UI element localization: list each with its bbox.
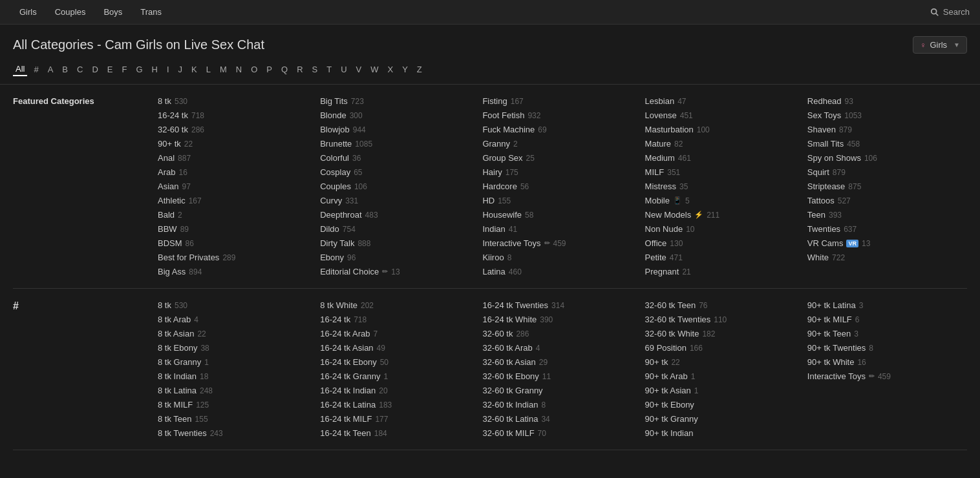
alpha-link-q[interactable]: Q (279, 63, 290, 76)
category-item[interactable]: 32-60 tk286 (155, 123, 317, 136)
category-item[interactable]: 8 tk MILF125 (155, 399, 317, 411)
category-item[interactable]: Dirty Talk888 (317, 237, 480, 249)
alpha-link-k[interactable]: K (189, 63, 200, 76)
category-item[interactable]: 69 Position166 (643, 342, 805, 354)
category-item[interactable]: 8 tk Latina248 (155, 384, 317, 397)
category-item[interactable]: 16-24 tk Granny1 (317, 370, 480, 382)
category-item[interactable]: Indian41 (480, 223, 642, 235)
category-item[interactable]: Anal887 (155, 152, 317, 164)
category-item[interactable]: 8 tk Twenties243 (155, 427, 317, 439)
category-item[interactable]: 16-24 tk MILF177 (317, 413, 480, 425)
category-item[interactable]: Spy on Shows106 (805, 152, 967, 164)
category-item[interactable]: Foot Fetish932 (480, 109, 642, 121)
category-item[interactable]: 16-24 tk718 (317, 313, 480, 326)
category-item[interactable]: Squirt879 (805, 166, 967, 178)
nav-tab-couples[interactable]: Couples (46, 0, 95, 25)
category-item[interactable]: Big Ass894 (155, 265, 317, 278)
category-item[interactable]: MILF351 (643, 166, 805, 178)
nav-tab-girls[interactable]: Girls (10, 0, 46, 25)
category-item[interactable]: Striptease875 (805, 180, 967, 192)
category-item[interactable]: Best for Privates289 (155, 251, 317, 264)
category-item[interactable]: 90+ tk Granny (643, 413, 805, 425)
category-item[interactable]: BDSM86 (155, 237, 317, 249)
category-item[interactable]: 90+ tk Ebony (643, 399, 805, 411)
category-item[interactable]: VR CamsVR13 (805, 237, 967, 249)
category-item[interactable]: Dildo754 (317, 223, 480, 235)
category-item[interactable]: BBW89 (155, 223, 317, 235)
alpha-link-l[interactable]: L (204, 63, 213, 76)
category-item[interactable]: 32-60 tk Granny (480, 384, 642, 397)
alpha-link-v[interactable]: V (354, 63, 365, 76)
category-item[interactable]: Big Tits723 (317, 95, 480, 107)
category-item[interactable]: Arab16 (155, 166, 317, 178)
category-item[interactable]: Granny2 (480, 138, 642, 150)
alpha-link-f[interactable]: F (119, 63, 129, 76)
category-item[interactable]: Lovense451 (643, 109, 805, 121)
category-item[interactable]: 32-60 tk Latina34 (480, 413, 642, 425)
category-item[interactable]: Mobile📱5 (643, 194, 805, 207)
category-item[interactable]: Hardcore56 (480, 180, 642, 192)
category-item[interactable]: 90+ tk Asian1 (643, 384, 805, 397)
alpha-link-j[interactable]: J (176, 63, 186, 76)
category-item[interactable]: Couples106 (317, 180, 480, 192)
alpha-link-n[interactable]: N (233, 63, 244, 76)
category-item[interactable]: Hairy175 (480, 166, 642, 178)
category-item[interactable]: 32-60 tk White182 (643, 327, 805, 340)
alpha-link-#[interactable]: # (31, 63, 41, 76)
alpha-link-g[interactable]: G (133, 63, 145, 76)
category-item[interactable]: Asian97 (155, 180, 317, 192)
alpha-link-a[interactable]: A (45, 63, 56, 76)
category-item[interactable]: 8 tk530 (155, 299, 317, 311)
category-item[interactable]: 16-24 tk718 (155, 109, 317, 121)
category-item[interactable]: 90+ tk MILF6 (805, 313, 967, 326)
category-item[interactable]: Medium461 (643, 152, 805, 164)
alpha-link-t[interactable]: T (324, 63, 334, 76)
category-item[interactable]: 32-60 tk MILF70 (480, 427, 642, 439)
category-item[interactable]: Twenties637 (805, 223, 967, 235)
category-item[interactable]: Mistress35 (643, 180, 805, 192)
category-item[interactable]: Latina460 (480, 265, 642, 278)
category-item[interactable]: 16-24 tk Latina183 (317, 399, 480, 411)
category-item[interactable]: Small Tits458 (805, 138, 967, 150)
category-item[interactable]: 32-60 tk Teen76 (643, 299, 805, 311)
alpha-link-d[interactable]: D (89, 63, 100, 76)
category-item[interactable]: Housewife58 (480, 209, 642, 221)
alpha-link-i[interactable]: I (164, 63, 172, 76)
category-item[interactable]: 16-24 tk White390 (480, 313, 642, 326)
category-item[interactable]: Office130 (643, 237, 805, 249)
category-item[interactable]: Masturbation100 (643, 123, 805, 136)
alpha-link-all[interactable]: All (13, 63, 27, 76)
category-item[interactable]: Petite471 (643, 251, 805, 264)
category-item[interactable]: 32-60 tk Indian8 (480, 399, 642, 411)
category-item[interactable]: 90+ tk22 (643, 356, 805, 368)
category-item[interactable]: 32-60 tk286 (480, 327, 642, 340)
alpha-link-b[interactable]: B (59, 63, 70, 76)
category-item[interactable]: 8 tk Ebony38 (155, 342, 317, 354)
category-item[interactable]: Mature82 (643, 138, 805, 150)
alpha-link-w[interactable]: W (368, 63, 381, 76)
category-item[interactable]: Cosplay65 (317, 166, 480, 178)
category-item[interactable]: 16-24 tk Twenties314 (480, 299, 642, 311)
category-item[interactable]: 8 tk Indian18 (155, 370, 317, 382)
category-item[interactable]: Blonde300 (317, 109, 480, 121)
category-item[interactable]: 8 tk White202 (317, 299, 480, 311)
category-item[interactable]: 8 tk Granny1 (155, 356, 317, 368)
category-item[interactable]: 16-24 tk Ebony50 (317, 356, 480, 368)
category-item[interactable]: Colorful36 (317, 152, 480, 164)
category-item[interactable]: HD155 (480, 194, 642, 207)
category-item[interactable]: Editorial Choice✏13 (317, 265, 480, 278)
category-item[interactable]: Kiiroo8 (480, 251, 642, 264)
category-item[interactable]: 90+ tk Latina3 (805, 299, 967, 311)
category-item[interactable]: 8 tk Asian22 (155, 327, 317, 340)
alpha-link-o[interactable]: O (248, 63, 260, 76)
alpha-link-p[interactable]: P (264, 63, 275, 76)
category-item[interactable]: Athletic167 (155, 194, 317, 207)
category-item[interactable]: Lesbian47 (643, 95, 805, 107)
category-item[interactable]: Pregnant21 (643, 265, 805, 278)
alpha-link-h[interactable]: H (149, 63, 160, 76)
category-item[interactable]: Curvy331 (317, 194, 480, 207)
category-item[interactable]: Ebony96 (317, 251, 480, 264)
category-item[interactable]: Fuck Machine69 (480, 123, 642, 136)
category-item[interactable]: Interactive Toys✏459 (480, 237, 642, 249)
category-item[interactable]: 8 tk Teen155 (155, 413, 317, 425)
